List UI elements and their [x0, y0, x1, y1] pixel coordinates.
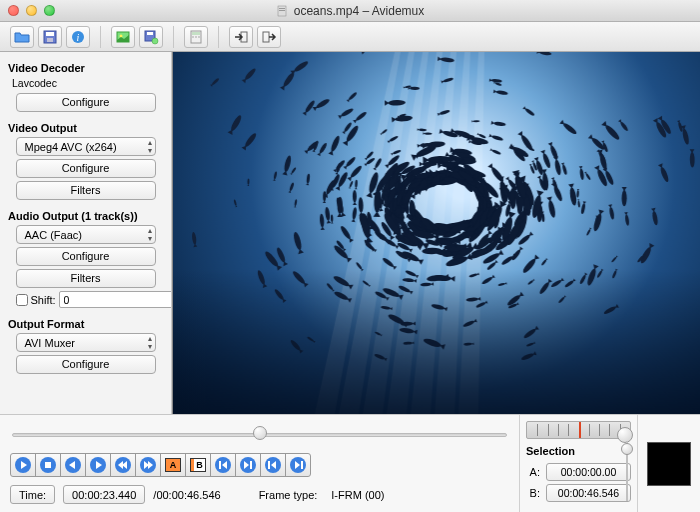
play-button[interactable] — [10, 453, 36, 477]
close-window-icon[interactable] — [8, 5, 19, 16]
video-output-filters-button[interactable]: Filters — [16, 181, 156, 200]
stop-button[interactable] — [35, 453, 61, 477]
svg-rect-28 — [219, 461, 221, 469]
import-button[interactable] — [229, 26, 253, 48]
svg-text:i: i — [77, 32, 80, 43]
video-preview — [172, 52, 700, 414]
audio-output-configure-button[interactable]: Configure — [16, 247, 156, 266]
prev-keyframe-button[interactable] — [260, 453, 286, 477]
svg-rect-2 — [279, 10, 285, 11]
selection-b-label: B: — [526, 487, 540, 499]
picture-save-button[interactable] — [139, 26, 163, 48]
video-output-title: Video Output — [8, 122, 163, 134]
step-forward-button[interactable] — [135, 453, 161, 477]
forward-button[interactable] — [85, 453, 111, 477]
svg-rect-32 — [268, 461, 270, 469]
info-button[interactable]: i — [66, 26, 90, 48]
svg-point-12 — [152, 38, 158, 44]
shift-checkbox[interactable] — [16, 294, 28, 306]
chevron-updown-icon: ▴▾ — [148, 227, 152, 243]
audio-output-select[interactable]: AAC (Faac) ▴▾ — [16, 225, 156, 244]
video-decoder-codec: Lavcodec — [12, 77, 163, 89]
zoom-ruler[interactable] — [526, 421, 631, 439]
svg-rect-22 — [45, 462, 51, 468]
time-current[interactable]: 00:00:23.440 — [63, 485, 145, 504]
next-cut-button[interactable] — [235, 453, 261, 477]
shift-input[interactable] — [59, 291, 172, 308]
timeline-slider[interactable] — [12, 425, 507, 443]
minimize-window-icon[interactable] — [26, 5, 37, 16]
prev-cut-button[interactable] — [210, 453, 236, 477]
svg-rect-19 — [263, 32, 269, 42]
sidebar: Video Decoder Lavcodec Configure Video O… — [0, 52, 172, 414]
audio-output-title: Audio Output (1 track(s)) — [8, 210, 163, 222]
svg-rect-1 — [279, 8, 285, 9]
decoder-configure-button[interactable]: Configure — [16, 93, 156, 112]
picture-button[interactable] — [111, 26, 135, 48]
video-output-configure-button[interactable]: Configure — [16, 159, 156, 178]
time-total: /00:00:46.546 — [153, 489, 220, 501]
bottom-bar: A B Time: 00:00:23.440 /00:00:46.546 Fra… — [0, 414, 700, 512]
shift-label: Shift: — [31, 294, 56, 306]
svg-rect-17 — [198, 36, 200, 38]
calculator-button[interactable] — [184, 26, 208, 48]
timeline-thumb[interactable] — [253, 426, 267, 440]
svg-rect-14 — [192, 32, 200, 35]
svg-rect-34 — [301, 461, 303, 469]
audio-shift-row: Shift: ▴▾ ms — [16, 291, 156, 308]
video-decoder-title: Video Decoder — [8, 62, 163, 74]
window-title: oceans.mp4 – Avidemux — [0, 4, 700, 18]
export-button[interactable] — [257, 26, 281, 48]
video-output-value: Mpeg4 AVC (x264) — [25, 141, 117, 153]
output-format-select[interactable]: AVI Muxer ▴▾ — [16, 333, 156, 352]
open-button[interactable] — [10, 26, 34, 48]
titlebar: oceans.mp4 – Avidemux — [0, 0, 700, 22]
selection-b-value[interactable]: 00:00:46.546 — [546, 484, 631, 502]
selection-a-value[interactable]: 00:00:00.00 — [546, 463, 631, 481]
svg-rect-5 — [47, 38, 53, 42]
audio-output-value: AAC (Faac) — [25, 229, 82, 241]
selection-a-label: A: — [526, 466, 540, 478]
vertical-knob[interactable] — [621, 441, 633, 501]
save-button[interactable] — [38, 26, 62, 48]
time-label: Time: — [10, 485, 55, 504]
playback-controls: A B — [10, 453, 509, 477]
svg-rect-11 — [147, 32, 153, 35]
frametype-label: Frame type: — [259, 489, 318, 501]
mark-a-button[interactable]: A — [160, 453, 186, 477]
step-back-button[interactable] — [110, 453, 136, 477]
preview-thumbnail — [647, 442, 691, 486]
selection-title: Selection — [526, 445, 631, 457]
toolbar: i — [0, 22, 700, 52]
window-controls — [8, 5, 55, 16]
output-format-title: Output Format — [8, 318, 163, 330]
output-format-value: AVI Muxer — [25, 337, 76, 349]
mark-b-button[interactable]: B — [185, 453, 211, 477]
window-title-text: oceans.mp4 – Avidemux — [294, 4, 425, 18]
svg-rect-15 — [192, 36, 194, 38]
document-icon — [276, 5, 288, 17]
audio-output-filters-button[interactable]: Filters — [16, 269, 156, 288]
time-row: Time: 00:00:23.440 /00:00:46.546 Frame t… — [10, 485, 509, 504]
svg-rect-30 — [250, 461, 252, 469]
back-button[interactable] — [60, 453, 86, 477]
chevron-updown-icon: ▴▾ — [148, 335, 152, 351]
svg-rect-4 — [46, 32, 54, 36]
frametype-value: I-FRM (00) — [331, 489, 384, 501]
video-output-select[interactable]: Mpeg4 AVC (x264) ▴▾ — [16, 137, 156, 156]
output-format-configure-button[interactable]: Configure — [16, 355, 156, 374]
svg-rect-0 — [278, 6, 286, 16]
chevron-updown-icon: ▴▾ — [148, 139, 152, 155]
next-keyframe-button[interactable] — [285, 453, 311, 477]
svg-rect-16 — [195, 36, 197, 38]
zoom-window-icon[interactable] — [44, 5, 55, 16]
